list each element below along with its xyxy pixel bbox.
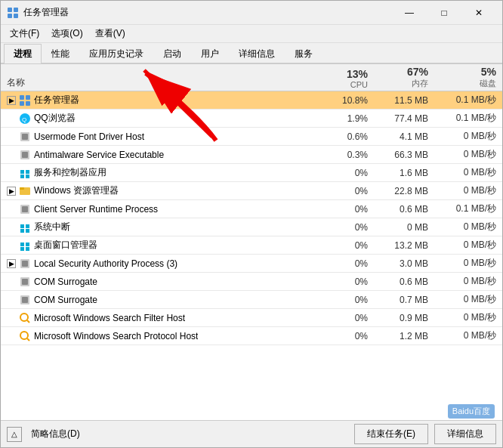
cpu-value: 0%	[321, 222, 374, 233]
process-name: Local Security Authority Process (3)	[34, 258, 177, 269]
title-bar: 任务管理器 — □ ✕	[1, 1, 502, 25]
process-name: Microsoft Windows Search Filter Host	[34, 313, 185, 323]
table-row[interactable]: QQQ浏览器1.9%77.4 MB0.1 MB/秒	[1, 110, 502, 128]
process-name: Microsoft Windows Search Protocol Host	[34, 331, 198, 341]
cpu-value: 0%	[321, 331, 374, 341]
svc-icon	[19, 131, 31, 143]
window-controls: — □ ✕	[392, 1, 496, 25]
tab-process[interactable]: 进程	[4, 44, 42, 63]
svg-rect-26	[20, 243, 24, 246]
table-row[interactable]: ▶任务管理器10.8%11.5 MB0.1 MB/秒	[1, 91, 502, 110]
search-icon	[19, 312, 31, 324]
disk-value: 0 MB/秒	[434, 329, 502, 342]
table-body[interactable]: ▶任务管理器10.8%11.5 MB0.1 MB/秒QQQ浏览器1.9%77.4…	[1, 91, 502, 420]
menu-options[interactable]: 选项(O)	[45, 26, 88, 42]
cpu-value: 1.9%	[321, 113, 374, 124]
table-row[interactable]: 系统中断0%0 MB0 MB/秒	[1, 218, 502, 236]
svg-line-37	[27, 320, 29, 323]
tab-details[interactable]: 详细信息	[229, 44, 285, 63]
table-row[interactable]: Microsoft Windows Search Protocol Host0%…	[1, 327, 502, 345]
window-title: 任务管理器	[23, 6, 392, 19]
end-task-button[interactable]: 结束任务(E)	[354, 424, 428, 444]
cpu-value: 0%	[321, 313, 374, 323]
table-row[interactable]: Client Server Runtime Process0%0.6 MB0.1…	[1, 200, 502, 218]
qq-icon: Q	[19, 113, 31, 125]
svc-icon	[19, 149, 31, 161]
svg-line-39	[27, 338, 29, 341]
svg-rect-24	[20, 229, 24, 233]
svg-rect-27	[26, 243, 29, 246]
process-name: Antimalware Service Executable	[34, 150, 164, 160]
svg-rect-21	[22, 206, 28, 212]
disk-value: 0 MB/秒	[434, 257, 502, 270]
table-row[interactable]: Microsoft Windows Search Filter Host0%0.…	[1, 309, 502, 327]
cpu-value: 0%	[321, 258, 374, 269]
tab-bar: 进程 性能 应用历史记录 启动 用户 详细信息 服务	[1, 43, 502, 64]
disk-value: 0 MB/秒	[434, 221, 502, 233]
svg-rect-4	[20, 95, 24, 100]
win-icon	[19, 167, 31, 179]
svg-rect-13	[22, 152, 28, 158]
mem-value: 4.1 MB	[374, 131, 434, 142]
win-icon	[19, 221, 31, 233]
table-row[interactable]: Antimalware Service Executable0.3%66.3 M…	[1, 146, 502, 164]
close-button[interactable]: ✕	[461, 1, 496, 25]
expand-icon[interactable]: ▶	[7, 259, 16, 268]
tab-users[interactable]: 用户	[191, 44, 229, 63]
svg-rect-19	[20, 187, 24, 190]
svg-text:Q: Q	[22, 116, 26, 123]
disk-value: 0 MB/秒	[434, 275, 502, 288]
process-name: Windows 资源管理器	[34, 184, 119, 197]
svg-rect-2	[8, 14, 12, 18]
expand-icon[interactable]: ▶	[7, 187, 16, 196]
cpu-value: 0%	[321, 204, 374, 215]
minimize-button[interactable]: —	[392, 1, 427, 25]
process-name: Usermode Font Driver Host	[34, 131, 144, 142]
mem-value: 22.8 MB	[374, 186, 434, 196]
tab-performance[interactable]: 性能	[42, 44, 79, 63]
mem-value: 0 MB	[374, 222, 434, 233]
table-row[interactable]: ▶Windows 资源管理器0%22.8 MB0 MB/秒	[1, 182, 502, 200]
tab-services[interactable]: 服务	[285, 44, 322, 63]
process-table: 名称 13% CPU 67% 内存 5% 磁盘 ▶任务管理器10.8%11.5 …	[1, 64, 502, 420]
mem-value: 3.0 MB	[374, 258, 434, 269]
svg-rect-23	[26, 224, 29, 228]
table-row[interactable]: ▶Local Security Authority Process (3)0%3…	[1, 255, 502, 273]
svg-rect-29	[26, 247, 29, 251]
process-name: 服务和控制器应用	[34, 166, 106, 179]
table-row[interactable]: Usermode Font Driver Host0.6%4.1 MB0 MB/…	[1, 128, 502, 146]
explorer-icon	[19, 185, 31, 197]
expand-button[interactable]: △	[7, 427, 22, 442]
details-button[interactable]: 详细信息	[434, 424, 496, 444]
svg-rect-15	[26, 170, 29, 174]
mem-value: 1.2 MB	[374, 331, 434, 341]
mem-value: 0.6 MB	[374, 204, 434, 215]
table-row[interactable]: COM Surrogate0%0.7 MB0 MB/秒	[1, 291, 502, 309]
disk-value: 0 MB/秒	[434, 239, 502, 252]
svg-rect-33	[22, 279, 28, 285]
table-row[interactable]: 服务和控制器应用0%1.6 MB0 MB/秒	[1, 164, 502, 182]
disk-value: 0.1 MB/秒	[434, 202, 502, 215]
tab-app-history[interactable]: 应用历史记录	[79, 44, 153, 63]
menu-file[interactable]: 文件(F)	[4, 26, 45, 42]
maximize-button[interactable]: □	[427, 1, 461, 25]
expand-icon[interactable]: ▶	[7, 96, 16, 105]
mem-value: 0.6 MB	[374, 277, 434, 287]
cpu-value: 10.8%	[321, 95, 374, 106]
table-header: 名称 13% CPU 67% 内存 5% 磁盘	[1, 64, 502, 91]
svg-rect-0	[8, 8, 12, 12]
cpu-value: 0.6%	[321, 131, 374, 142]
mem-value: 1.6 MB	[374, 168, 434, 178]
col-mem-header: 67% 内存	[374, 66, 434, 89]
table-row[interactable]: 桌面窗口管理器0%13.2 MB0 MB/秒	[1, 236, 502, 255]
svg-point-38	[20, 332, 28, 339]
disk-value: 0 MB/秒	[434, 311, 502, 324]
task-icon	[19, 94, 31, 107]
tab-startup[interactable]: 启动	[153, 44, 191, 63]
menu-view[interactable]: 查看(V)	[89, 26, 131, 42]
svg-point-36	[20, 314, 28, 321]
table-row[interactable]: COM Surrogate0%0.6 MB0 MB/秒	[1, 273, 502, 291]
summary-label[interactable]: 简略信息(D)	[31, 428, 80, 440]
cpu-value: 0.3%	[321, 150, 374, 160]
disk-value: 0 MB/秒	[434, 293, 502, 306]
